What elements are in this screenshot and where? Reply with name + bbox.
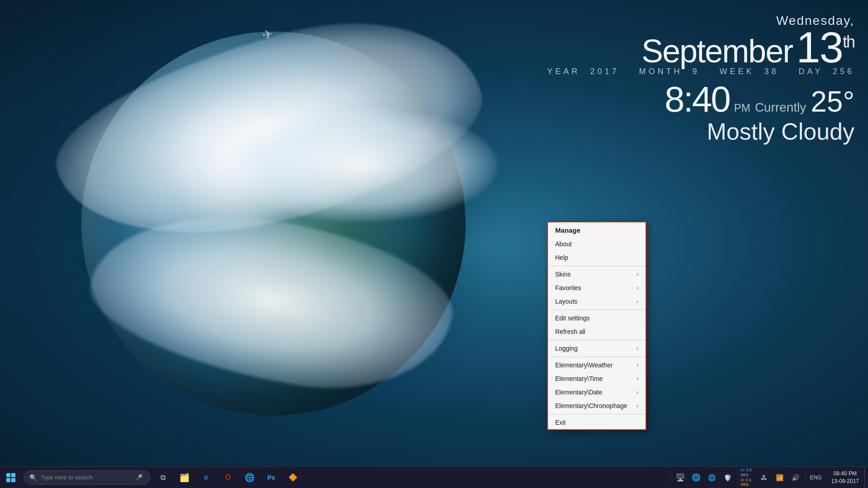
taskbar-app-opera[interactable]: O: [217, 467, 239, 488]
menu-item-favorites[interactable]: Favorites ›: [548, 281, 646, 295]
cloud-layer-right: [226, 108, 497, 221]
language-tray: ENG: [806, 470, 826, 485]
network-icon[interactable]: 🖧: [757, 470, 771, 485]
tray-app-group: 🖥️ 🌐 🌐 🛡️: [670, 470, 738, 485]
menu-item-elementary-weather[interactable]: Elementary\Weather ›: [548, 358, 646, 372]
menu-item-skins-label: Skins: [555, 271, 571, 278]
volume-icon[interactable]: 🔊: [788, 470, 803, 485]
widget-day-number: 13th: [796, 28, 854, 67]
menu-item-elementary-time[interactable]: Elementary\Time ›: [548, 372, 646, 385]
edge-icon: e: [204, 473, 208, 482]
globe-visual: [68, 18, 475, 425]
widget-ampm: PM: [734, 102, 750, 114]
taskbar-app-edge[interactable]: e: [195, 467, 217, 488]
file-explorer-icon: 🗂️: [179, 473, 189, 483]
menu-arrow-elementary-date: ›: [637, 389, 638, 395]
taskbar-system-tray: 🖥️ 🌐 🌐 🛡️ U: 0.0 kB/s D: 0.1 kB/s 🖧: [670, 467, 868, 488]
chrome-icon: 🌐: [245, 473, 255, 483]
opera-icon: O: [225, 474, 231, 482]
menu-item-exit[interactable]: Exit: [548, 416, 646, 429]
menu-item-elementary-chronophage[interactable]: Elementary\Chronophage ›: [548, 399, 646, 413]
menu-item-elementary-date-label: Elementary\Date: [555, 389, 602, 396]
menu-item-logging[interactable]: Logging ›: [548, 342, 646, 355]
menu-item-elementary-date[interactable]: Elementary\Date ›: [548, 385, 646, 399]
menu-divider-4: [548, 357, 646, 357]
system-clock[interactable]: 08:40 PM 13-09-2017: [826, 470, 864, 485]
language-indicator[interactable]: ENG: [809, 470, 823, 485]
menu-item-elementary-time-label: Elementary\Time: [555, 375, 603, 382]
network-speed-icon: U: 0.0 kB/s D: 0.1 kB/s: [741, 470, 755, 485]
menu-item-skins[interactable]: Skins ›: [548, 267, 646, 281]
menu-item-about-label: About: [555, 240, 572, 248]
clock-time: 08:40 PM: [834, 470, 857, 478]
vlc-icon: 🔶: [288, 473, 297, 482]
menu-item-edit-settings-label: Edit settings: [555, 314, 590, 322]
taskbar-search[interactable]: 🔍 🎤: [24, 470, 150, 485]
menu-header: Manage: [548, 222, 646, 237]
tray-icon-2[interactable]: 🌐: [689, 470, 703, 485]
search-icon: 🔍: [29, 474, 37, 481]
taskbar-app-photoshop[interactable]: Ps: [260, 467, 282, 488]
widget-temperature: 25°: [811, 85, 854, 118]
windows-logo-icon: [6, 473, 15, 482]
widget-meta-line: YEAR 2017 MONTH 9 WEEK 38 DAY 256: [547, 67, 854, 76]
menu-item-favorites-label: Favorites: [555, 284, 581, 291]
menu-arrow-logging: ›: [637, 345, 638, 352]
menu-arrow-elementary-weather: ›: [637, 362, 638, 368]
wifi-status-icon: 📶: [776, 474, 783, 481]
menu-divider-1: [548, 266, 646, 266]
taskbar-app-task-view[interactable]: ⧉: [152, 467, 174, 488]
menu-item-help-label: Help: [555, 254, 568, 261]
menu-item-elementary-weather-label: Elementary\Weather: [555, 361, 613, 369]
widget-time: 8:40: [665, 79, 730, 120]
menu-arrow-elementary-chronophage: ›: [637, 403, 638, 409]
menu-item-refresh-all[interactable]: Refresh all: [548, 325, 646, 338]
widget-month: September: [642, 37, 793, 66]
network-tray-group: U: 0.0 kB/s D: 0.1 kB/s 🖧 📶 🔊: [738, 470, 806, 485]
tray-icon-chrome-tray[interactable]: 🌐: [705, 470, 719, 485]
task-view-icon: ⧉: [160, 474, 165, 482]
photoshop-icon: Ps: [267, 474, 275, 481]
clock-date: 13-09-2017: [831, 478, 859, 485]
menu-item-elementary-chronophage-label: Elementary\Chronophage: [555, 402, 627, 409]
tray-icon-1[interactable]: 🖥️: [673, 470, 688, 485]
taskbar-app-chrome[interactable]: 🌐: [239, 467, 260, 488]
widget-weather-description: Mostly Cloudy: [547, 118, 854, 145]
menu-divider-5: [548, 414, 646, 414]
context-menu: Manage About Help Skins › Favorites › La…: [547, 221, 646, 430]
tray-icon-shield[interactable]: 🛡️: [721, 470, 735, 485]
network-status-icon: 🖧: [761, 474, 767, 481]
taskbar-app-vlc[interactable]: 🔶: [282, 467, 304, 488]
menu-divider-3: [548, 340, 646, 340]
menu-item-edit-settings[interactable]: Edit settings: [548, 311, 646, 325]
menu-arrow-favorites: ›: [637, 285, 638, 291]
show-desktop-button[interactable]: [864, 467, 868, 488]
microphone-icon[interactable]: 🎤: [135, 474, 142, 481]
menu-item-logging-label: Logging: [555, 345, 578, 352]
menu-item-refresh-all-label: Refresh all: [555, 328, 585, 335]
volume-status-icon: 🔊: [792, 474, 799, 481]
taskbar-apps: ⧉ 🗂️ e O 🌐 Ps 🔶: [150, 467, 670, 488]
search-input[interactable]: [41, 474, 131, 481]
menu-arrow-skins: ›: [637, 271, 638, 277]
widget-time-row: 8:40 PM Currently 25°: [547, 79, 854, 120]
wifi-icon[interactable]: 📶: [773, 470, 787, 485]
menu-item-help[interactable]: Help: [548, 251, 646, 264]
desktop-widget: Wednesday, September 13th YEAR 2017 MONT…: [533, 5, 868, 154]
menu-item-about[interactable]: About: [548, 237, 646, 251]
widget-currently-label: Currently: [755, 100, 807, 115]
language-label: ENG: [810, 474, 822, 481]
menu-item-exit-label: Exit: [555, 419, 566, 426]
menu-divider-2: [548, 310, 646, 310]
menu-item-layouts-label: Layouts: [555, 298, 577, 305]
start-button[interactable]: [0, 467, 22, 488]
taskbar-app-file-explorer[interactable]: 🗂️: [174, 467, 195, 488]
taskbar: 🔍 🎤 ⧉ 🗂️ e O 🌐 Ps 🔶 🖥️: [0, 466, 868, 488]
menu-arrow-elementary-time: ›: [637, 375, 638, 382]
menu-item-layouts[interactable]: Layouts ›: [548, 295, 646, 308]
menu-arrow-layouts: ›: [637, 298, 638, 305]
